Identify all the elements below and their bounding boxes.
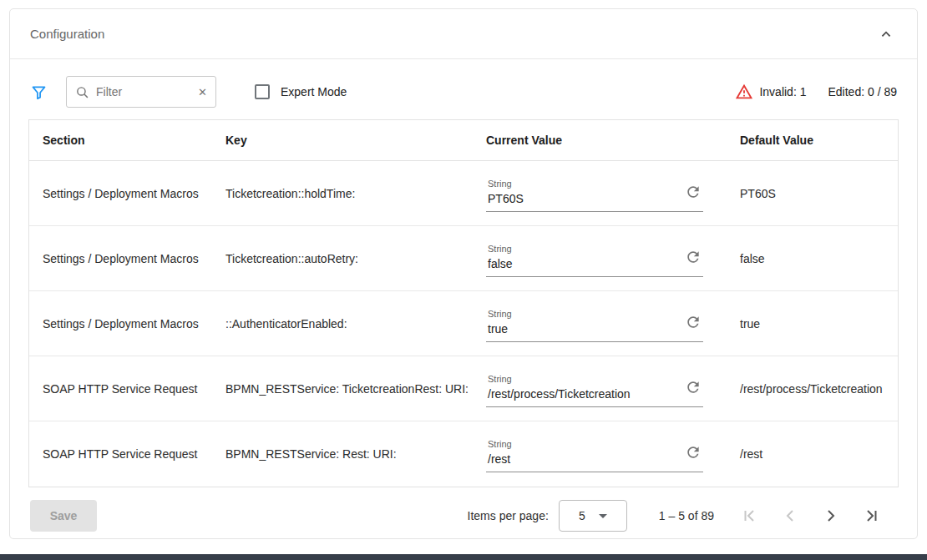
current-value-field[interactable]: String false [486,240,703,277]
cell-key: BPMN_RESTService: TicketcreationRest: UR… [212,382,473,396]
column-header-default-value: Default Value [727,134,898,147]
cell-current-value: String /rest/process/Ticketcreation [473,371,727,407]
cell-current-value: String false [473,240,727,277]
table-header-row: Section Key Current Value Default Value [29,120,898,161]
page-size-value: 5 [579,509,585,522]
cell-key: BPMN_RESTService: Rest: URI: [212,447,473,461]
current-value-input[interactable]: /rest [488,452,680,466]
first-page-button[interactable] [739,506,759,526]
current-value-field[interactable]: String /rest [486,436,703,472]
cell-section: Settings / Deployment Macros [29,252,212,265]
table-row: Settings / Deployment Macros ::Authentic… [29,291,898,356]
filter-funnel-icon [30,83,48,101]
current-value-input[interactable]: true [488,322,680,335]
cell-section: SOAP HTTP Service Request [29,447,212,461]
page-size-select[interactable]: 5 [559,500,627,532]
cell-key: Ticketcreation::autoRetry: [212,252,473,265]
checkbox-icon[interactable] [255,84,270,99]
cell-key: Ticketcreation::holdTime: [212,187,473,200]
configuration-table: Section Key Current Value Default Value … [28,119,899,487]
previous-page-button[interactable] [780,506,800,526]
table-row: SOAP HTTP Service Request BPMN_RESTServi… [29,356,898,421]
current-value-field[interactable]: String PT60S [486,175,703,212]
panel-footer: Save Items per page: 5 1 – 5 of 89 [10,487,917,532]
warning-icon [735,83,753,101]
refresh-icon [685,184,702,200]
cell-current-value: String PT60S [473,175,727,212]
bottom-bar [0,554,927,560]
page: Configuration ✕ Expert Mode [0,0,927,560]
previous-page-icon [780,506,800,526]
refresh-icon [685,444,702,461]
column-header-section: Section [29,134,212,147]
expert-mode-label: Expert Mode [281,85,347,98]
current-value-input[interactable]: false [488,257,680,270]
value-type-label: String [488,309,680,319]
table-row: Settings / Deployment Macros Ticketcreat… [29,226,898,291]
cell-default-value: true [727,317,898,330]
cell-section: Settings / Deployment Macros [29,187,212,200]
cell-section: Settings / Deployment Macros [29,317,212,330]
reset-value-button[interactable] [685,184,702,200]
clear-filter-icon[interactable]: ✕ [198,87,207,98]
collapse-panel-button[interactable] [877,25,895,43]
current-value-field[interactable]: String true [486,305,703,342]
cell-current-value: String true [473,305,727,342]
refresh-icon [685,249,702,265]
refresh-icon [685,379,702,396]
refresh-icon [685,314,702,330]
column-header-key: Key [212,134,473,147]
table-row: SOAP HTTP Service Request BPMN_RESTServi… [29,421,898,487]
value-type-label: String [488,244,680,254]
cell-default-value: /rest/process/Ticketcreation [727,382,898,396]
last-page-icon [862,506,882,526]
current-value-input[interactable]: PT60S [488,192,680,205]
reset-value-button[interactable] [685,444,702,461]
column-header-current-value: Current Value [473,134,727,147]
filter-input[interactable] [96,85,191,98]
last-page-button[interactable] [862,506,882,526]
value-type-label: String [488,374,680,384]
panel-header: Configuration [10,9,917,59]
cell-default-value: /rest [727,447,898,461]
search-icon [75,85,89,99]
invalid-count: Invalid: 1 [759,85,806,98]
page-range-label: 1 – 5 of 89 [659,509,714,522]
filter-funnel-button[interactable] [30,83,48,101]
edited-count: Edited: 0 / 89 [828,85,897,98]
reset-value-button[interactable] [685,379,702,396]
toolbar: ✕ Expert Mode Invalid: 1 Edited: 0 / 89 [10,59,917,118]
value-type-label: String [488,179,680,189]
pagination-controls [739,506,882,526]
filter-field: ✕ [66,76,216,108]
cell-key: ::AuthenticatorEnabled: [212,317,473,330]
current-value-input[interactable]: /rest/process/Ticketcreation [488,387,680,401]
next-page-button[interactable] [821,506,841,526]
expert-mode-toggle[interactable]: Expert Mode [255,84,347,99]
cell-default-value: PT60S [727,187,898,200]
first-page-icon [739,506,759,526]
items-per-page-label: Items per page: [468,509,549,522]
status-group: Invalid: 1 Edited: 0 / 89 [735,83,897,101]
cell-current-value: String /rest [473,436,727,472]
chevron-up-icon [877,25,895,43]
panel-title: Configuration [30,27,104,41]
value-type-label: String [488,439,680,449]
cell-default-value: false [727,252,898,265]
next-page-icon [821,506,841,526]
reset-value-button[interactable] [685,249,702,265]
reset-value-button[interactable] [685,314,702,330]
cell-section: SOAP HTTP Service Request [29,382,212,396]
paginator: Items per page: 5 1 – 5 of 89 [468,500,882,532]
table-row: Settings / Deployment Macros Ticketcreat… [29,161,898,226]
dropdown-caret-icon [599,514,607,518]
configuration-panel: Configuration ✕ Expert Mode [9,8,918,539]
current-value-field[interactable]: String /rest/process/Ticketcreation [486,371,703,407]
save-button[interactable]: Save [30,500,97,532]
